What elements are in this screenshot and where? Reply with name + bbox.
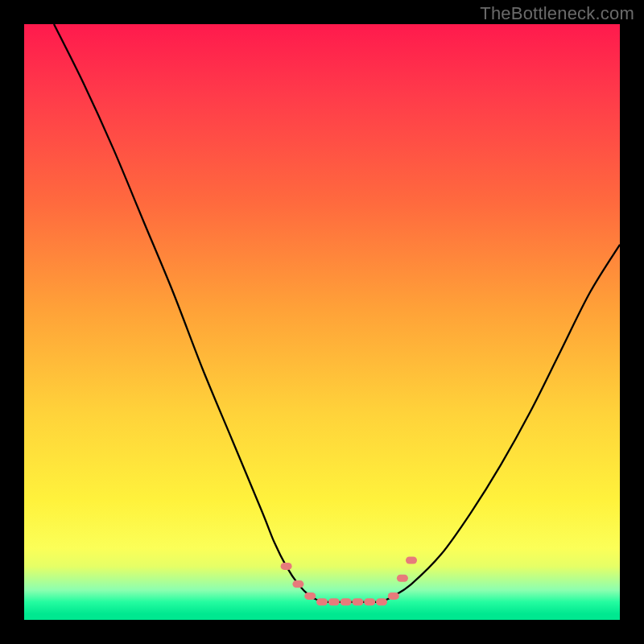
right-curve-path	[382, 245, 620, 602]
valley-marker	[292, 580, 303, 588]
chart-frame: TheBottleneck.com	[0, 0, 644, 644]
watermark-text: TheBottleneck.com	[480, 3, 634, 24]
valley-marker	[316, 598, 328, 605]
plot-area	[24, 24, 620, 620]
valley-marker	[341, 598, 352, 605]
valley-marker	[364, 598, 375, 605]
valley-marker	[397, 575, 408, 582]
valley-markers	[281, 557, 417, 606]
valley-marker	[406, 557, 417, 564]
curve-svg	[24, 24, 620, 620]
valley-marker	[352, 598, 363, 605]
valley-marker	[281, 563, 292, 570]
valley-marker	[304, 592, 316, 600]
valley-marker	[388, 592, 399, 600]
left-curve-path	[54, 24, 322, 602]
valley-marker	[376, 598, 387, 605]
valley-marker	[328, 598, 340, 605]
